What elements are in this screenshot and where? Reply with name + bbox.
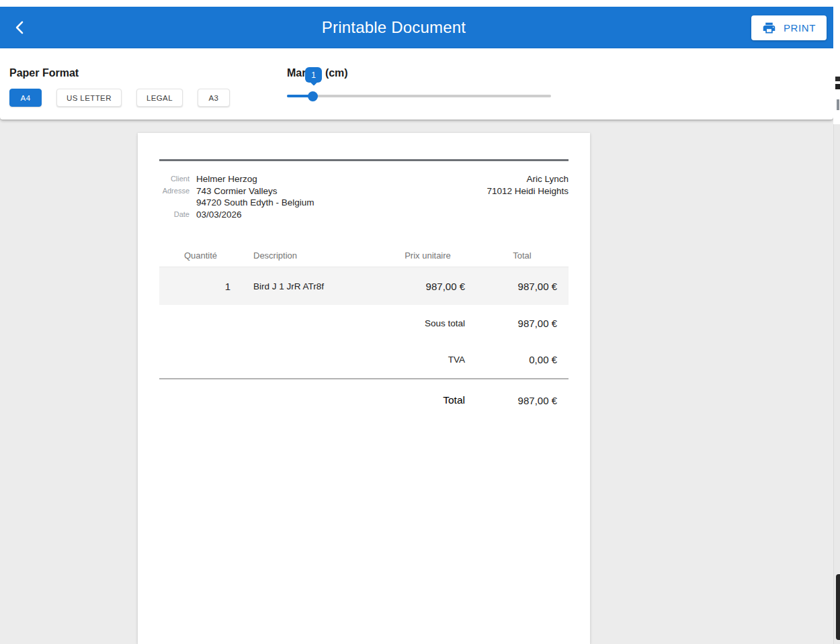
right-edge-mark [835,84,840,89]
date-value: 03/03/2026 [196,209,314,221]
cell-unit-price: 987,00 € [380,281,476,292]
header-unit-price: Prix unitaire [380,250,476,261]
margin-section: Margin (cm) 1 [287,67,551,107]
slider-value-bubble: 1 [305,67,322,83]
header-total: Total [476,250,569,261]
table-row: 1 Bird J 1 JrR ATr8f 987,00 € 987,00 € [159,267,569,305]
format-a3-button[interactable]: A3 [198,89,230,107]
tax-value: 0,00 € [465,354,569,365]
recipient-block: Aric Lynch 71012 Heidi Heights [487,173,569,220]
subtotal-row: Sous total 987,00 € [159,305,569,341]
date-label: Date [159,209,190,221]
print-button[interactable]: PRINT [751,15,827,40]
cell-description: Bird J 1 JrR ATr8f [242,281,380,291]
subtotal-value: 987,00 € [465,318,569,329]
format-legal-button[interactable]: LEGAL [136,89,183,107]
format-a4-button[interactable]: A4 [9,89,42,107]
right-edge-mark [837,99,839,110]
page-title: Printable Document [36,18,751,37]
paper-format-button-group: A4 US LETTER LEGAL A3 [9,89,245,107]
cell-total: 987,00 € [476,281,569,292]
grand-total-label: Total [443,394,465,406]
right-edge-artifact [833,0,840,644]
header-description: Description [242,250,380,261]
table-header-row: Quantité Description Prix unitaire Total [159,247,569,267]
header-qty: Quantité [159,250,242,261]
client-name: Helmer Herzog [196,173,314,185]
back-button[interactable] [4,11,36,44]
invoice-parties: Client Helmer Herzog Adresse 743 Cormier… [159,173,569,220]
slider-handle[interactable] [308,91,318,101]
right-edge-artifact-dark [836,574,840,640]
address-label-spacer [159,197,190,209]
invoice-items-table: Quantité Description Prix unitaire Total… [159,247,569,305]
right-edge-mark [835,77,840,81]
grand-total-value: 987,00 € [465,395,569,406]
address-label: Adresse [159,185,190,197]
slider-track[interactable] [287,95,551,97]
paper-format-section: Paper Format A4 US LETTER LEGAL A3 [9,67,245,107]
address-line1: 743 Cormier Valleys [196,185,314,197]
format-us-letter-button[interactable]: US LETTER [56,89,122,107]
grand-total-row: Total 987,00 € [159,379,569,421]
app-root: Printable Document PRINT Paper Format A4… [0,0,840,644]
tax-label: TVA [448,355,465,365]
cell-qty: 1 [159,281,242,292]
printer-icon [762,21,776,35]
app-bar: Printable Document PRINT [0,7,833,48]
address-line2: 94720 South Edyth - Belgium [196,197,314,209]
invoice-top-rule [159,159,569,161]
tax-row: TVA 0,00 € [159,341,569,377]
recipient-name: Aric Lynch [487,173,569,185]
print-button-label: PRINT [784,22,816,34]
chevron-left-icon [11,18,30,37]
recipient-address: 71012 Heidi Heights [487,185,569,197]
client-block: Client Helmer Herzog Adresse 743 Cormier… [159,173,314,220]
paper-format-label: Paper Format [9,67,245,79]
document-preview: Client Helmer Herzog Adresse 743 Cormier… [138,133,590,644]
top-strip [0,0,840,7]
print-settings-toolbar: Paper Format A4 US LETTER LEGAL A3 Margi… [0,48,833,120]
invoice: Client Helmer Herzog Adresse 743 Cormier… [138,133,590,421]
client-label: Client [159,173,190,185]
subtotal-label: Sous total [425,318,465,328]
